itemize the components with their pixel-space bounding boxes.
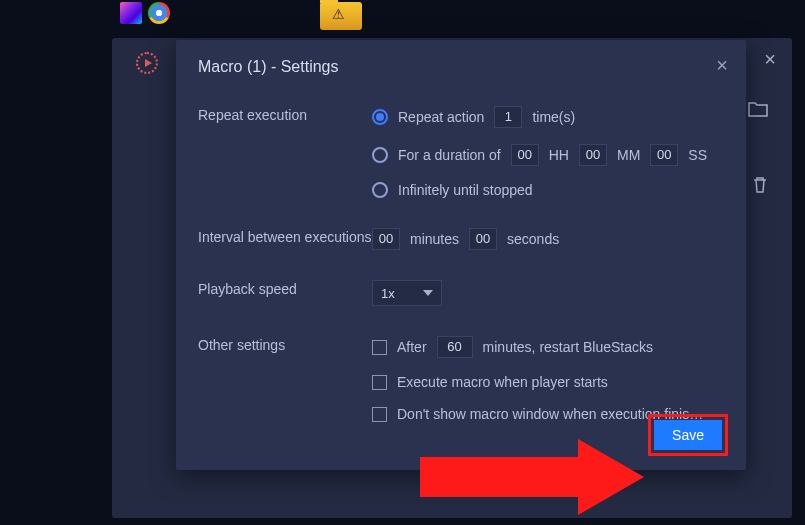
chrome-icon[interactable] (148, 2, 170, 24)
save-button[interactable]: Save (654, 420, 722, 450)
restart-minutes[interactable]: 60 (437, 336, 473, 358)
close-icon[interactable]: × (764, 48, 776, 71)
radio-duration[interactable] (372, 147, 388, 163)
playback-speed-label: Playback speed (198, 280, 372, 299)
exec-on-start-text: Execute macro when player starts (397, 374, 608, 390)
dialog-title: Macro (1) - Settings (198, 58, 724, 76)
app-icon[interactable] (120, 2, 142, 24)
seconds-label: seconds (507, 231, 559, 247)
checkbox-restart[interactable] (372, 340, 387, 355)
ss-label: SS (688, 147, 707, 163)
mm-label: MM (617, 147, 640, 163)
radio-infinite[interactable] (372, 182, 388, 198)
chevron-down-icon (423, 290, 433, 296)
duration-ss[interactable]: 00 (650, 144, 678, 166)
desktop-folder-icon[interactable] (320, 2, 362, 30)
repeat-execution-label: Repeat execution (198, 106, 372, 125)
checkbox-hide-window[interactable] (372, 407, 387, 422)
interval-label: Interval between executions (198, 228, 372, 247)
repeat-action-count[interactable]: 1 (494, 106, 522, 128)
duration-mm[interactable]: 00 (579, 144, 607, 166)
duration-text: For a duration of (398, 147, 501, 163)
macro-settings-dialog: Macro (1) - Settings × Repeat execution … (176, 40, 746, 470)
repeat-action-text: Repeat action (398, 109, 484, 125)
loading-spinner-icon (136, 52, 158, 74)
interval-seconds[interactable]: 00 (469, 228, 497, 250)
interval-minutes[interactable]: 00 (372, 228, 400, 250)
trash-icon[interactable] (752, 176, 768, 194)
radio-repeat-action[interactable] (372, 109, 388, 125)
infinite-text: Infinitely until stopped (398, 182, 533, 198)
hh-label: HH (549, 147, 569, 163)
open-folder-icon[interactable] (748, 100, 768, 118)
checkbox-exec-on-start[interactable] (372, 375, 387, 390)
restart-pre: After (397, 339, 427, 355)
minutes-label: minutes (410, 231, 459, 247)
save-highlight: Save (648, 414, 728, 456)
duration-hh[interactable]: 00 (511, 144, 539, 166)
restart-post: minutes, restart BlueStacks (483, 339, 653, 355)
playback-speed-value: 1x (381, 286, 395, 301)
other-settings-label: Other settings (198, 336, 372, 355)
repeat-action-suffix: time(s) (532, 109, 575, 125)
dialog-close-icon[interactable]: × (716, 54, 728, 77)
playback-speed-select[interactable]: 1x (372, 280, 442, 306)
